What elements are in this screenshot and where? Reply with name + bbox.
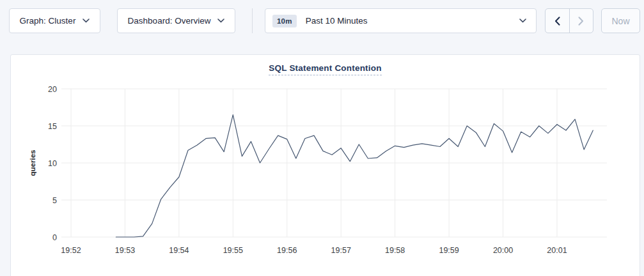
time-nav-group	[545, 8, 593, 33]
now-button[interactable]: Now	[601, 8, 640, 33]
sql-statement-contention-chart[interactable]: 0510152019:5219:5319:5419:5519:5619:5719…	[11, 55, 641, 272]
now-button-label: Now	[611, 16, 629, 26]
x-tick-label: 19:57	[331, 246, 351, 255]
dashboard-dropdown-label: Dashboard: Overview	[128, 16, 211, 26]
time-range-label: Past 10 Minutes	[306, 16, 368, 26]
y-axis-label: queries	[29, 150, 36, 176]
x-tick-label: 19:55	[223, 246, 243, 255]
toolbar-divider	[252, 8, 253, 33]
cluster-metrics-page: Graph: Cluster Dashboard: Overview 10m P…	[0, 0, 644, 276]
time-range-badge: 10m	[272, 15, 297, 27]
chart-title-row: SQL Statement Contention	[11, 63, 640, 75]
chart-title[interactable]: SQL Statement Contention	[269, 63, 381, 75]
chevron-down-icon	[519, 19, 526, 23]
x-tick-label: 19:52	[61, 246, 81, 255]
chart-card: SQL Statement Contention 0510152019:5219…	[10, 54, 640, 276]
x-tick-label: 19:54	[169, 246, 189, 255]
y-tick-label: 0	[52, 233, 57, 242]
chevron-right-icon	[578, 17, 584, 26]
x-tick-label: 19:59	[439, 246, 459, 255]
x-tick-label: 19:56	[277, 246, 297, 255]
x-tick-label: 20:00	[493, 246, 513, 255]
series-queries-line	[116, 115, 593, 237]
chevron-down-icon	[82, 19, 90, 23]
y-tick-label: 5	[52, 196, 57, 205]
x-tick-label: 19:53	[115, 246, 135, 255]
x-tick-label: 19:58	[385, 246, 405, 255]
y-tick-label: 20	[48, 85, 57, 94]
y-tick-label: 10	[48, 159, 57, 168]
time-prev-button[interactable]	[546, 9, 569, 33]
dashboard-dropdown[interactable]: Dashboard: Overview	[117, 8, 235, 33]
time-next-button[interactable]	[569, 9, 593, 33]
y-tick-label: 15	[48, 122, 57, 131]
toolbar: Graph: Cluster Dashboard: Overview 10m P…	[0, 0, 644, 42]
x-tick-label: 20:01	[547, 246, 567, 255]
graph-dropdown[interactable]: Graph: Cluster	[9, 8, 100, 33]
chevron-left-icon	[554, 17, 560, 26]
chevron-down-icon	[217, 19, 224, 23]
graph-dropdown-label: Graph: Cluster	[20, 16, 76, 26]
time-range-selector[interactable]: 10m Past 10 Minutes	[265, 8, 537, 33]
